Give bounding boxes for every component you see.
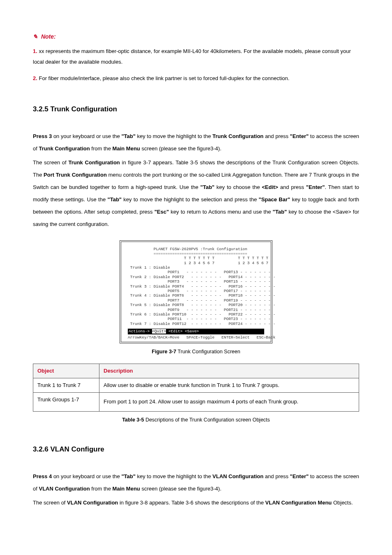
txt: Main Menu [113, 486, 140, 492]
txt: Trunk Configuration [68, 159, 120, 166]
txt: The screen of [33, 500, 67, 506]
txt: and press [278, 184, 306, 190]
note-item-2: 2. For fiber module/interface, please al… [33, 73, 359, 84]
txt: key to move the highlight to the [136, 133, 212, 139]
txt: "Tab" [201, 184, 214, 190]
txt: "Esc" [154, 209, 169, 215]
terminal-cols: T T T T T T T T T T T T T T 1 2 3 4 5 6 … [128, 256, 264, 265]
action-save: <Save> [182, 329, 199, 334]
col-description: Description [99, 364, 359, 378]
terminal-body: Trunk 1 : Disable PORT1 - - - - - - - PO… [128, 265, 264, 326]
note-header: ✎ Note: [33, 33, 359, 41]
txt: "Tab" [108, 196, 122, 203]
txt: on your keyboard or use the [52, 473, 121, 479]
note-item-1: 1. xx represents the maximum fiber-optic… [33, 46, 359, 67]
txt: Trunk Configuration [212, 133, 263, 139]
pencil-icon: ✎ [33, 33, 38, 40]
txt: key to move the highlight to the selecti… [122, 196, 258, 203]
txt: "Tab" [273, 209, 287, 215]
txt: "Tab" [121, 473, 135, 479]
action-quit: <Quit> [152, 329, 166, 334]
txt: The screen of [33, 159, 68, 166]
note-label: Note: [41, 33, 56, 40]
txt: from the [90, 145, 113, 152]
heading-326: 3.2.6 VLAN Configure [33, 444, 359, 454]
table-row: Trunk 1 to Trunk 7 Allow user to disable… [33, 378, 359, 393]
txt: screen (please see the figure3-4). [140, 145, 221, 152]
action-edit: <Edit> [166, 329, 182, 334]
txt: and press [263, 473, 290, 479]
txt: Trunk Configuration [39, 145, 90, 152]
table-3-5-caption: Table 3-5 Descriptions of the Trunk Conf… [33, 417, 359, 424]
txt: key to return to Actions menu and use th… [169, 209, 272, 215]
terminal-header: PLANET FGSW-2620PVS :Trunk Configuration… [128, 247, 264, 256]
txt: "Tab" [121, 133, 135, 139]
txt: Table 3-5 [122, 417, 144, 423]
txt: "Space Bar" [258, 196, 290, 203]
txt: VLAN Configuration [212, 473, 263, 479]
txt: key to choose the [214, 184, 262, 190]
txt: "Enter" [306, 184, 325, 190]
txt: VLAN Configuration [39, 486, 90, 492]
note-text: xx represents the maximum fiber-optic di… [33, 48, 351, 65]
txt: screen (please see the figure3-4). [140, 486, 221, 492]
txt: in figure 3-8 appears. Table 3-6 shows t… [118, 500, 265, 506]
txt: Trunk Configuration Screen [176, 349, 240, 355]
heading-325: 3.2.5 Trunk Configuration [33, 104, 359, 114]
txt: Descriptions of the Trunk Configuration … [144, 417, 270, 423]
terminal-action-bar: Actions-> <Quit> <Edit> <Save> [128, 329, 264, 334]
txt: and press [263, 133, 290, 139]
terminal-screenshot: PLANET FGSW-2620PVS :Trunk Configuration… [120, 240, 272, 343]
txt: Main Menu [113, 145, 140, 152]
txt: on your keyboard or use the [52, 133, 121, 139]
cell-object: Trunk Groups 1-7 [33, 393, 99, 412]
cell-desc: From port 1 to port 24. Allow user to as… [99, 393, 359, 412]
terminal-footer: ArrowKey/TAB/BACK=Move SPACE=Toggle ENTE… [128, 335, 264, 340]
cell-object: Trunk 1 to Trunk 7 [33, 378, 99, 393]
txt: "Enter" [290, 473, 309, 479]
col-object: Object [33, 364, 99, 378]
txt: Press 4 [33, 473, 52, 479]
para-325-1: Press 3 on your keyboard or use the "Tab… [33, 130, 359, 155]
cell-desc: Allow user to disable or enable trunk fu… [99, 378, 359, 393]
para-326-1: Press 4 on your keyboard or use the "Tab… [33, 470, 359, 495]
txt: VLAN Configuration [67, 500, 118, 506]
txt: Actions-> [129, 329, 152, 334]
figure-3-7-caption: Figure 3-7 Trunk Configuration Screen [33, 348, 359, 356]
txt: <Edit> [262, 184, 278, 190]
txt: Objects. [332, 500, 353, 506]
txt: Figure 3-7 [152, 349, 176, 355]
table-head-row: Object Description [33, 364, 359, 378]
txt: from the [90, 486, 113, 492]
txt: VLAN Configuration Menu [265, 500, 332, 506]
note-num: 1. [33, 48, 37, 54]
note-num: 2. [33, 75, 37, 81]
table-3-5: Object Description Trunk 1 to Trunk 7 Al… [33, 364, 359, 412]
txt: key to move the highlight to the [136, 473, 212, 479]
txt: "Enter" [290, 133, 309, 139]
para-325-2: The screen of Trunk Configuration in fig… [33, 157, 359, 230]
note-text: For fiber module/interface, please also … [39, 75, 289, 81]
para-326-2: The screen of VLAN Configuration in figu… [33, 497, 359, 509]
txt: Press 3 [33, 133, 52, 139]
table-row: Trunk Groups 1-7 From port 1 to port 24.… [33, 393, 359, 412]
txt: Port Trunk Configuration [44, 172, 107, 178]
